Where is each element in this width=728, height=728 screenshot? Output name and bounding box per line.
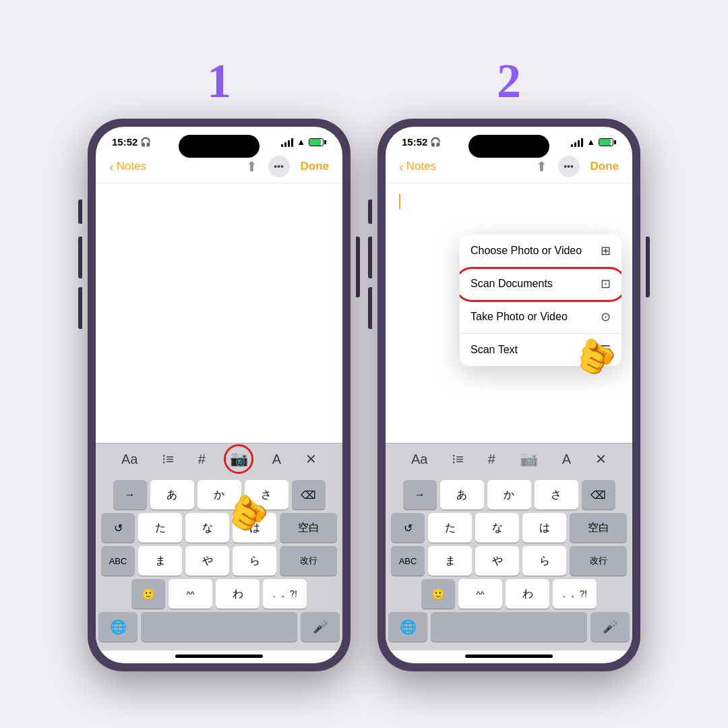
- kb-ya-2[interactable]: や: [475, 546, 519, 576]
- format-icon-2[interactable]: A: [562, 452, 571, 467]
- kb-delete-1[interactable]: ⌫: [292, 480, 326, 510]
- back-label-1[interactable]: Notes: [117, 160, 146, 173]
- dynamic-island-1: [179, 135, 260, 158]
- kb-sa-2[interactable]: さ: [535, 480, 578, 510]
- kb-undo-2[interactable]: ↺: [391, 513, 425, 543]
- kb-space-1[interactable]: 空白: [280, 513, 337, 543]
- nav-back-1[interactable]: ‹ Notes: [109, 159, 146, 175]
- kb-ka-2[interactable]: か: [487, 480, 531, 510]
- toolbar-2: Aa ⁝≡ # 📷 A ✕: [386, 443, 632, 475]
- volume-down-button-2: [368, 287, 372, 329]
- time-1: 15:52: [112, 136, 138, 148]
- nav-back-2[interactable]: ‹ Notes: [399, 159, 436, 175]
- kb-arrow-2[interactable]: →: [403, 480, 437, 510]
- kb-wa-1[interactable]: わ: [216, 579, 260, 609]
- step-2: 2 15:52 🎧: [377, 57, 640, 671]
- share-icon-2[interactable]: ⬆: [536, 158, 547, 175]
- kb-emoji-1[interactable]: 🙂: [131, 579, 165, 609]
- menu-choose-photo[interactable]: Choose Photo or Video ⊞: [460, 235, 621, 268]
- kb-spacebar-1[interactable]: [141, 612, 297, 642]
- kb-row-1-4: 🙂 ^^ わ 、。?!: [98, 579, 340, 609]
- more-button-1[interactable]: •••: [268, 156, 290, 177]
- kb-row-2-4: 🙂 ^^ わ 、。?!: [388, 579, 630, 609]
- kb-emoji-2[interactable]: 🙂: [421, 579, 455, 609]
- headphone-icon-2: 🎧: [430, 137, 441, 147]
- kb-row-1-1: → あ か さ ⌫: [98, 480, 340, 510]
- kb-na-2[interactable]: な: [475, 513, 519, 543]
- close-icon-2[interactable]: ✕: [595, 451, 607, 467]
- back-chevron-1: ‹: [109, 159, 114, 175]
- kb-globe-2[interactable]: 🌐: [388, 612, 427, 642]
- kb-na-1[interactable]: な: [185, 513, 229, 543]
- table-icon-1[interactable]: #: [198, 452, 206, 467]
- kb-undo-1[interactable]: ↺: [101, 513, 135, 543]
- kb-wa-2[interactable]: わ: [506, 579, 549, 609]
- kb-row-2-1: → あ か さ ⌫: [388, 480, 630, 510]
- status-icons-1: ▲: [281, 137, 326, 147]
- camera-icon-1[interactable]: 📷: [230, 450, 248, 468]
- home-indicator-2: [465, 655, 553, 658]
- format-icon-1[interactable]: A: [272, 452, 281, 467]
- table-icon-2[interactable]: #: [488, 452, 495, 467]
- kb-tenten-1[interactable]: ^^: [169, 579, 212, 609]
- kb-ha-2[interactable]: は: [522, 513, 566, 543]
- step-1: 1 15:52 🎧: [88, 57, 351, 671]
- headphone-icon-1: 🎧: [140, 137, 151, 147]
- camera-icon-2[interactable]: 📷: [520, 450, 538, 468]
- menu-take-photo[interactable]: Take Photo or Video ⊙: [460, 301, 621, 334]
- phone-1: 15:52 🎧 ▲: [88, 119, 351, 671]
- kb-punct-1[interactable]: 、。?!: [263, 579, 307, 609]
- text-cursor-2: [399, 194, 400, 209]
- step-1-number: 1: [207, 57, 231, 105]
- done-button-1[interactable]: Done: [301, 160, 330, 173]
- kb-a-2[interactable]: あ: [440, 480, 484, 510]
- kb-row-2-3: ABC ま や ら 改行: [388, 546, 630, 576]
- list-icon-2[interactable]: ⁝≡: [452, 451, 464, 467]
- back-label-2[interactable]: Notes: [406, 160, 436, 173]
- kb-ma-2[interactable]: ま: [428, 546, 472, 576]
- camera-btn-wrapper-1[interactable]: 📷: [230, 450, 248, 468]
- kb-ra-2[interactable]: ら: [522, 546, 566, 576]
- kb-globe-1[interactable]: 🌐: [98, 612, 138, 642]
- kb-enter-1[interactable]: 改行: [280, 546, 337, 576]
- battery-icon-1: [309, 138, 326, 146]
- kb-ta-1[interactable]: た: [138, 513, 182, 543]
- kb-ma-1[interactable]: ま: [138, 546, 182, 576]
- kb-arrow-1[interactable]: →: [113, 480, 147, 510]
- kb-delete-2[interactable]: ⌫: [582, 480, 615, 510]
- menu-take-photo-label: Take Photo or Video: [471, 311, 568, 323]
- keyboard-2[interactable]: → あ か さ ⌫ ↺ た な は 空白 ABC: [386, 475, 632, 650]
- kb-ta-2[interactable]: た: [428, 513, 472, 543]
- signal-icon-2: [571, 138, 583, 147]
- kb-abc-1[interactable]: ABC: [101, 546, 135, 576]
- font-icon-1[interactable]: Aa: [121, 452, 138, 467]
- phone-2-screen: 15:52 🎧 ▲: [386, 127, 632, 663]
- kb-ya-1[interactable]: や: [185, 546, 229, 576]
- kb-enter-2[interactable]: 改行: [570, 546, 627, 576]
- kb-ra-1[interactable]: ら: [233, 546, 276, 576]
- kb-punct-2[interactable]: 、。?!: [553, 579, 597, 609]
- menu-scan-docs-wrapper: Scan Documents ⊡: [460, 268, 621, 301]
- kb-row-1-5: 🌐 🎤: [98, 612, 340, 642]
- close-icon-1[interactable]: ✕: [305, 451, 317, 467]
- kb-mic-1[interactable]: 🎤: [301, 612, 340, 642]
- kb-abc-2[interactable]: ABC: [391, 546, 425, 576]
- share-icon-1[interactable]: ⬆: [246, 158, 257, 175]
- keyboard-1[interactable]: → あ か さ ⌫ ↺ た な は 空白 ABC: [96, 475, 342, 650]
- menu-scan-docs[interactable]: Scan Documents ⊡: [460, 268, 621, 301]
- kb-space-2[interactable]: 空白: [570, 513, 627, 543]
- time-2: 15:52: [402, 136, 427, 148]
- note-content-1[interactable]: [96, 183, 342, 443]
- more-button-2[interactable]: •••: [558, 156, 580, 177]
- signal-icon-1: [281, 138, 293, 147]
- list-icon-1[interactable]: ⁝≡: [162, 451, 174, 467]
- step-2-number: 2: [497, 57, 521, 105]
- kb-a-1[interactable]: あ: [150, 480, 194, 510]
- menu-choose-photo-icon: ⊞: [601, 243, 611, 258]
- kb-mic-2[interactable]: 🎤: [590, 612, 630, 642]
- done-button-2[interactable]: Done: [590, 160, 619, 173]
- kb-tenten-2[interactable]: ^^: [458, 579, 502, 609]
- font-icon-2[interactable]: Aa: [411, 452, 427, 467]
- wifi-icon-1: ▲: [297, 137, 305, 147]
- kb-spacebar-2[interactable]: [431, 612, 587, 642]
